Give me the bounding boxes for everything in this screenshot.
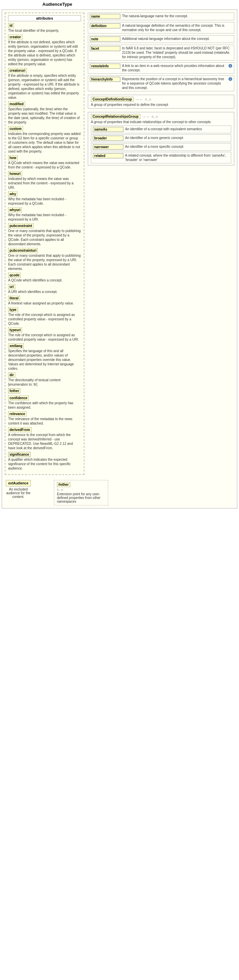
rel-item-sameas: sameAs An identifier of a concept with e…: [91, 126, 231, 133]
footer-extension-box: #other 0...n Extension point for any use…: [54, 480, 108, 505]
attr-literal: literal A freetext value assigned as pro…: [8, 296, 81, 305]
attr-confidence: confidence The confidence with which the…: [8, 395, 81, 410]
concept-rel-group-box: ConceptRelationshipsGroup →← 0...n A gro…: [88, 112, 234, 165]
concept-def-group-arrow: →←: [135, 97, 143, 102]
rel-item-narrower: narrower An identifier of a more specifi…: [91, 143, 231, 151]
right-item-hierarchyinfo: hierarchyInfo Represents the position of…: [88, 75, 234, 91]
concept-rel-group-desc: A group of properties that indicate rela…: [91, 120, 231, 124]
attr-pubconstraint: pubconstraint One or many constraints th…: [8, 223, 81, 246]
rel-item-broader: broader An identifier of a more generic …: [91, 134, 231, 142]
info-icon-remoteinfo: i: [228, 64, 232, 68]
attr-significance: significance A qualifier which indicates…: [8, 452, 81, 471]
attr-relevance: relevance The relevance of the metadata …: [8, 411, 81, 426]
right-item-definition: definition A natural language definition…: [88, 22, 234, 33]
attr-modified: modified Specifies (optionally, the time…: [8, 102, 81, 124]
attr-type: type The role of the concept which is as…: [8, 307, 81, 326]
right-item-remoteinfo: remoteInfo A link to an item in a web re…: [88, 62, 234, 74]
right-column: name The natural-language name for the c…: [88, 13, 234, 165]
concept-rel-group-title: ConceptRelationshipsGroup: [91, 114, 140, 119]
footer-extension-occ: 0...n: [57, 488, 105, 492]
ext-audience-container: extAudience An excluded audience for the…: [5, 480, 32, 499]
right-item-facet: facet In NAR 6.8 and later, facet is dep…: [88, 45, 234, 60]
attr-howuri: howuri Indicated by which means the valu…: [8, 171, 81, 190]
top-layout: attributes id The local identifier of th…: [5, 13, 234, 475]
attributes-header: attributes: [8, 15, 81, 21]
attr-id: id The local identifier of the property.: [8, 23, 81, 33]
attr-typeuri: typeuri The role of the concept which is…: [8, 328, 81, 342]
attr-custom: custom Indicates the corresponding prope…: [8, 126, 81, 154]
concept-rel-group-occ: 0...n: [152, 115, 158, 118]
page-title: AudienceType: [42, 2, 237, 7]
attributes-box: attributes id The local identifier of th…: [5, 13, 84, 475]
page-wrapper: AudienceType attributes id The local ide…: [0, 0, 239, 980]
main-box: attributes id The local identifier of th…: [2, 10, 237, 508]
footer-extension-desc: Extension point for any user-defined pro…: [57, 492, 105, 503]
attr-uri: uri A URI which identifies a concept.: [8, 284, 81, 294]
concept-def-group-occ: 0...n: [145, 98, 151, 101]
concept-def-group-box: ConceptDefinitionGroup →← 0...n A group …: [88, 95, 234, 108]
footer-extension-header: #other: [57, 482, 70, 487]
attr-creatoruri: creatoruri If the attribute is empty, sp…: [8, 68, 81, 100]
attr-dir: dir The directionality of textual conten…: [8, 372, 81, 387]
concept-def-group-title: ConceptDefinitionGroup: [91, 97, 133, 102]
right-item-note: note Additional natural language informa…: [88, 35, 234, 43]
attr-how: how A QCode which means the value was ex…: [8, 155, 81, 169]
attr-whyuri: whyuri Why the metadata has been include…: [8, 207, 81, 221]
info-icon-hierarchyinfo: i: [228, 77, 232, 81]
attr-qcode: qcode A QCode which identifies a concept…: [8, 273, 81, 282]
ext-audience-desc: An excluded audience for the content.: [5, 487, 32, 499]
attr-why: why Why the metadata has been included -…: [8, 191, 81, 206]
concept-rel-group-arrow: →←: [142, 115, 150, 119]
bottom-layout: extAudience An excluded audience for the…: [5, 480, 234, 505]
concept-def-group-desc: A group of properties required to define…: [91, 103, 231, 107]
attr-creator: creator If the attribute is not defined,…: [8, 35, 81, 66]
attr-fother: fother: [8, 388, 81, 394]
right-item-name: name The natural-language name for the c…: [88, 13, 234, 20]
attr-xmllang: xmllang Specifies the language of this a…: [8, 344, 81, 371]
attr-derivedfrom: derivedFrom A reference to the concept f…: [8, 427, 81, 450]
attr-pubconstrainturi: pubconstrainturi One or many constraints…: [8, 248, 81, 271]
ext-audience-box: extAudience: [6, 480, 30, 487]
rel-item-related: related A related concept, where the rel…: [91, 152, 231, 163]
